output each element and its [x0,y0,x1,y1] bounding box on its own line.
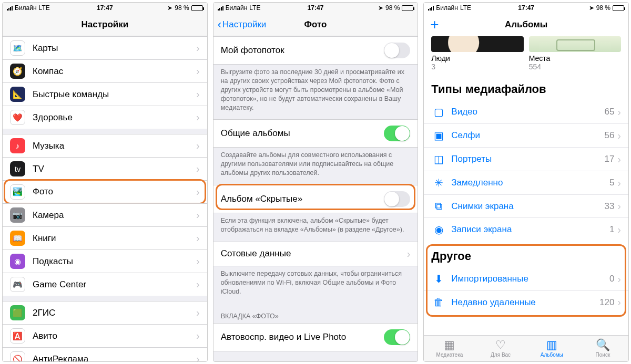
row-autoplay[interactable]: Автовоспр. видео и Live Photo [213,323,418,351]
album-card-Места[interactable]: Места554 [529,36,621,71]
app-icon: 🟩 [10,305,25,320]
tab-Альбомы[interactable]: ▥Альбомы [526,336,577,361]
row-label: Здоровье [33,112,196,123]
tab-Медиатека[interactable]: ▦Медиатека [424,336,475,361]
toggle-photostream[interactable] [384,43,410,58]
chevron-right-icon: › [196,88,200,100]
album-row-Записи экрана[interactable]: ◉Записи экрана1› [424,218,628,241]
row-label: Книги [33,233,196,244]
album-row-Недавно удаленные[interactable]: 🗑Недавно удаленные120› [424,291,628,314]
network-label: LTE [39,4,50,12]
tab-label: Альбомы [541,352,563,358]
nav-bar: ‹ Настройки Фото [213,13,418,36]
row-count: 0 [609,274,614,284]
section-media-types: Типы медиафайлов [424,74,628,100]
chevron-right-icon: › [196,111,200,123]
album-count: 554 [529,63,621,71]
chevron-right-icon: › [407,248,411,260]
row-cellular[interactable]: Сотовые данные › [213,242,418,266]
tab-icon: ♡ [495,339,506,351]
app-icon: ◉ [10,254,25,269]
row-label: Авито [33,331,196,341]
video-icon: ▢ [431,106,446,118]
row-hidden-album[interactable]: Альбом «Скрытые» [213,185,418,213]
toggle-shared[interactable] [384,126,410,141]
add-album-button[interactable]: + [430,17,439,32]
tab-icon: ▥ [546,339,557,351]
top-albums-row: Люди3Места554 [424,36,628,74]
settings-row-Быстрые команды[interactable]: 📐Быстрые команды› [3,82,207,106]
slomo-icon: ✳ [431,176,446,189]
row-count: 5 [609,178,614,188]
tab-label: Для Вас [491,352,511,358]
album-title: Люди [431,54,523,63]
carrier-label: Билайн [15,4,37,12]
row-label: 2ГИС [33,308,196,318]
album-row-Снимки экрана[interactable]: ⧉Снимки экрана33› [424,195,628,218]
app-icon: 🎮 [10,277,25,292]
settings-row-Game Center[interactable]: 🎮Game Center› [3,273,207,296]
tab-Поиск[interactable]: 🔍Поиск [577,336,628,361]
album-row-Портреты[interactable]: ◫Портреты17› [424,148,628,171]
tab-bar: ▦Медиатека♡Для Вас▥Альбомы🔍Поиск [424,335,628,361]
album-row-Импортированные[interactable]: ⬇Импортированные0› [424,267,628,291]
settings-row-АнтиРеклама[interactable]: 🚫АнтиРеклама› [3,347,207,361]
row-label: Селфи [451,130,604,141]
row-shared-albums[interactable]: Общие альбомы [213,119,418,148]
row-label: АнтиРеклама [33,354,196,362]
chevron-right-icon: › [617,106,621,118]
photos-settings-list[interactable]: Мой фотопоток Выгрузите фото за последни… [213,36,418,361]
album-row-Видео[interactable]: ▢Видео65› [424,100,628,124]
album-row-Замедленно[interactable]: ✳Замедленно5› [424,171,628,195]
media-types-list: ▢Видео65›▣Селфи56›◫Портреты17›✳Замедленн… [424,100,628,241]
settings-list[interactable]: 🗺️Карты›🧭Компас›📐Быстрые команды›❤️Здоро… [3,36,207,361]
row-label: Компас [33,66,196,77]
chevron-right-icon: › [617,296,621,308]
toggle-autoplay[interactable] [384,329,410,345]
app-icon: ❤️ [10,110,25,125]
albums-content[interactable]: Люди3Места554 Типы медиафайлов ▢Видео65›… [424,36,628,335]
row-label: Быстрые команды [33,89,196,100]
row-label: Недавно удаленные [451,297,599,308]
row-label: Портреты [451,154,604,164]
tab-label: Поиск [596,352,610,358]
settings-row-Фото[interactable]: 🏞️Фото› [3,180,207,203]
app-icon: 📐 [10,87,25,102]
app-icon: ♪ [10,138,25,153]
settings-row-TV[interactable]: tvTV› [3,157,207,180]
settings-row-Музыка[interactable]: ♪Музыка› [3,134,207,157]
row-my-photostream[interactable]: Мой фотопоток [213,36,418,65]
row-count: 120 [599,297,614,308]
location-icon: ➤ [378,4,383,12]
album-thumb [431,36,523,52]
back-button[interactable]: ‹ Настройки [218,19,267,30]
settings-row-Авито[interactable]: 🅰️Авито› [3,324,207,347]
settings-row-Здоровье[interactable]: ❤️Здоровье› [3,106,207,129]
chevron-right-icon: › [196,232,200,244]
chevron-left-icon: ‹ [218,19,221,30]
row-count: 17 [604,154,614,164]
album-title: Места [529,54,621,63]
settings-row-Карты[interactable]: 🗺️Карты› [3,36,207,59]
settings-row-2ГИС[interactable]: 🟩2ГИС› [3,301,207,324]
chevron-right-icon: › [617,200,621,212]
chevron-right-icon: › [196,209,200,221]
album-row-Селфи[interactable]: ▣Селфи56› [424,124,628,148]
row-label: Замедленно [451,178,609,188]
app-icon: 🏞️ [10,184,25,200]
settings-row-Книги[interactable]: 📖Книги› [3,226,207,249]
settings-row-Камера[interactable]: 📷Камера› [3,203,207,226]
trash-icon: 🗑 [431,296,446,308]
selfie-icon: ▣ [431,129,446,142]
toggle-hidden[interactable] [384,191,410,207]
chevron-right-icon: › [196,307,200,319]
settings-row-Подкасты[interactable]: ◉Подкасты› [3,249,207,273]
settings-row-Компас[interactable]: 🧭Компас› [3,59,207,82]
page-title: Фото [304,19,327,30]
row-label: TV [33,164,196,174]
album-card-Люди[interactable]: Люди3 [431,36,523,71]
row-label: Фото [33,186,196,197]
row-count: 56 [604,130,614,141]
tab-Для Вас[interactable]: ♡Для Вас [475,336,526,361]
tab-icon: 🔍 [596,339,610,351]
